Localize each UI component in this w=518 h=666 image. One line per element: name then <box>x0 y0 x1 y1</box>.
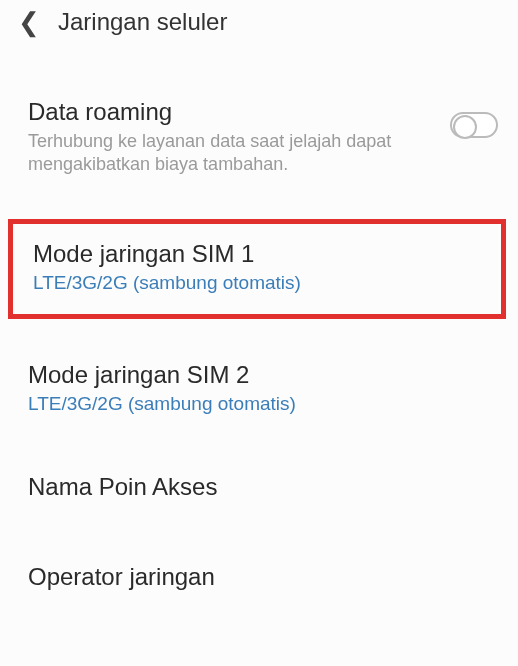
setting-data-roaming[interactable]: Data roaming Terhubung ke layanan data s… <box>0 84 518 195</box>
item-subtitle: LTE/3G/2G (sambung otomatis) <box>33 272 481 294</box>
spacer <box>0 331 518 347</box>
item-title: Mode jaringan SIM 1 <box>33 240 481 268</box>
spacer <box>0 523 518 549</box>
toggle-roaming[interactable] <box>450 112 498 138</box>
item-title: Nama Poin Akses <box>28 473 494 501</box>
header: ❮ Jaringan seluler <box>0 0 518 44</box>
page-title: Jaringan seluler <box>58 8 227 36</box>
back-icon[interactable]: ❮ <box>18 9 40 35</box>
item-subtitle: LTE/3G/2G (sambung otomatis) <box>28 393 494 415</box>
setting-sim2-mode[interactable]: Mode jaringan SIM 2 LTE/3G/2G (sambung o… <box>0 347 518 433</box>
spacer <box>0 195 518 211</box>
spacer <box>0 433 518 459</box>
item-title: Mode jaringan SIM 2 <box>28 361 494 389</box>
setting-operator[interactable]: Operator jaringan <box>0 549 518 613</box>
setting-sim1-mode[interactable]: Mode jaringan SIM 1 LTE/3G/2G (sambung o… <box>8 219 506 319</box>
item-title: Operator jaringan <box>28 563 494 591</box>
item-subtitle: Terhubung ke layanan data saat jelajah d… <box>28 130 408 177</box>
setting-apn[interactable]: Nama Poin Akses <box>0 459 518 523</box>
settings-list: Data roaming Terhubung ke layanan data s… <box>0 44 518 613</box>
item-title: Data roaming <box>28 98 494 126</box>
